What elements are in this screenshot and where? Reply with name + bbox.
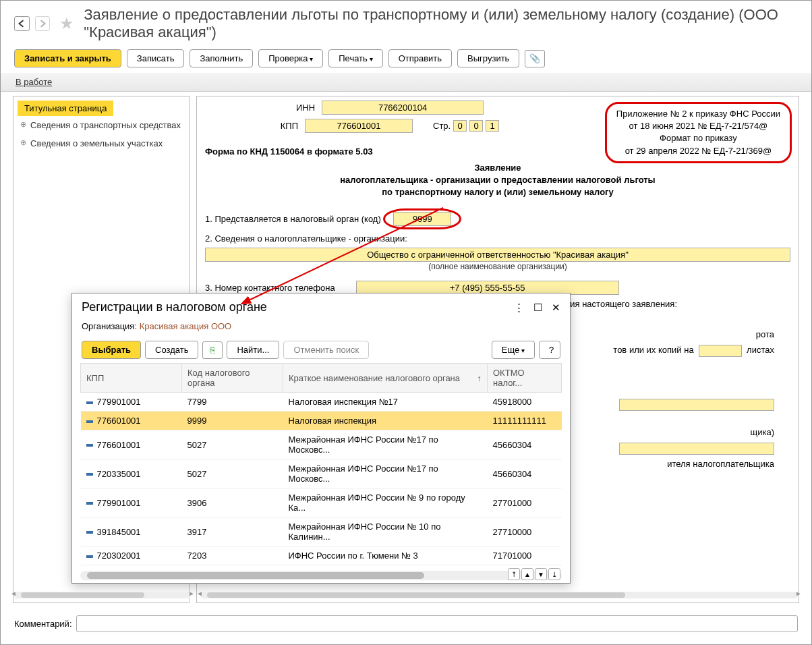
copy-icon: ⎘ — [210, 345, 215, 355]
maximize-icon[interactable]: ☐ — [533, 302, 542, 314]
col-name[interactable]: Краткое наименование налогового органа ↑ — [283, 364, 488, 393]
page-d1: 0 — [469, 120, 483, 132]
back-button[interactable] — [14, 16, 30, 31]
print-dropdown[interactable]: Печать — [328, 49, 382, 67]
page-label: Стр. — [433, 121, 451, 131]
create-button[interactable]: Создать — [145, 341, 198, 359]
favorite-star-icon[interactable]: ★ — [59, 14, 74, 33]
select-button[interactable]: Выбрать — [82, 341, 141, 359]
main-hscroll[interactable] — [200, 592, 798, 598]
inn-field[interactable]: 7766200104 — [322, 101, 484, 115]
frag4: ителя налогоплательщика — [667, 459, 774, 469]
app-title-l3: по транспортному налогу и (или) земельно… — [205, 186, 790, 198]
scroll-end-icon[interactable]: ⤓ — [548, 568, 560, 580]
nav-title[interactable]: Титульная страница — [18, 101, 113, 116]
page-title: Заявление о предоставлении льготы по тра… — [84, 6, 798, 41]
col-code[interactable]: Код налогового органа — [182, 364, 283, 393]
registration-modal: Регистрации в налоговом органе ⋮ ☐ ✕ Орг… — [71, 293, 571, 584]
left-hscroll[interactable] — [14, 592, 191, 598]
col-kpp[interactable]: КПП — [81, 364, 182, 393]
line1-label: 1. Представляется в налоговый орган (код… — [205, 214, 381, 224]
nav-item-transport[interactable]: ⊕ Сведения о транспортных средствах — [18, 116, 185, 134]
scroll-home-icon[interactable]: ⤒ — [508, 568, 520, 580]
scroll-up-icon[interactable]: ▲ — [521, 568, 533, 580]
table-row[interactable]: 7203350015027Межрайонная ИФНС России №17… — [81, 459, 562, 488]
plus-icon: ⊕ — [20, 138, 26, 148]
row-icon — [86, 473, 93, 476]
row-icon — [86, 420, 93, 423]
org-sub: (полное наименование организации) — [205, 262, 790, 271]
attach-button[interactable]: 📎 — [525, 50, 545, 67]
upload-button[interactable]: Выгрузить — [457, 49, 519, 67]
inn-label: ИНН — [296, 103, 315, 113]
help-button[interactable]: ? — [539, 341, 560, 359]
tax-code-value: 9999 — [393, 212, 451, 226]
blank-field-1[interactable] — [619, 399, 774, 411]
fill-button[interactable]: Заполнить — [190, 49, 253, 67]
more-dropdown[interactable]: Еще — [492, 341, 535, 359]
nav-label: Сведения о транспортных средствах — [30, 120, 181, 130]
org-value: Красивая акация ООО — [140, 321, 232, 331]
save-close-button[interactable]: Записать и закрыть — [14, 49, 121, 67]
titlebar: ★ Заявление о предоставлении льготы по т… — [1, 1, 811, 47]
table-row[interactable]: 7766010015027Межрайонная ИФНС России №17… — [81, 430, 562, 459]
plus-icon: ⊕ — [20, 120, 26, 130]
frag3: щика) — [751, 427, 775, 437]
row-icon — [86, 444, 93, 447]
table-row[interactable]: 7766010019999Налоговая инспекция11111111… — [81, 412, 562, 430]
send-button[interactable]: Отправить — [388, 49, 452, 67]
close-icon[interactable]: ✕ — [552, 302, 560, 314]
modal-title: Регистрации в налоговом органе — [82, 300, 514, 314]
table-row[interactable]: 7799010017799Налоговая инспекция №174591… — [81, 393, 562, 412]
page-d2: 1 — [486, 120, 499, 132]
nav-label: Сведения о земельных участках — [30, 138, 163, 148]
org-label: Организация: — [82, 321, 137, 331]
blank-field-2[interactable] — [619, 443, 774, 455]
paperclip-icon: 📎 — [529, 53, 540, 63]
line3-label: 3. Номер контактного телефона — [205, 283, 353, 293]
leaves-label: листах — [747, 345, 774, 355]
registration-table: КПП Код налогового органа Краткое наимен… — [80, 363, 562, 565]
comment-input[interactable] — [76, 615, 799, 632]
infobox-line: от 29 апреля 2022 № ЕД-7-21/369@ — [616, 145, 780, 157]
kebab-icon[interactable]: ⋮ — [514, 302, 524, 314]
modal-hscroll[interactable]: ⤒ ▲ ▼ ⤓ — [80, 571, 562, 580]
app-title-l1: Заявление — [205, 162, 790, 174]
nav-item-land[interactable]: ⊕ Сведения о земельных участках — [18, 134, 185, 152]
table-row[interactable]: 3918450013917Межрайонная ИФНС России № 1… — [81, 517, 562, 546]
app-title-l2: налогоплательщика - организации о предос… — [205, 174, 790, 186]
frag1: рота — [756, 329, 774, 339]
find-button[interactable]: Найти... — [227, 341, 279, 359]
infobox-line: Приложение № 2 к приказу ФНС России — [616, 108, 780, 120]
kpp-field[interactable]: 776601001 — [305, 119, 413, 133]
frag2: тов или их копий на — [613, 345, 693, 355]
row-icon — [86, 502, 93, 505]
scroll-down-icon[interactable]: ▼ — [535, 568, 547, 580]
comment-label: Комментарий: — [14, 619, 72, 629]
check-dropdown[interactable]: Проверка — [258, 49, 323, 67]
table-row[interactable]: 7203020017203ИФНС России по г. Тюмени № … — [81, 546, 562, 565]
row-icon — [86, 531, 93, 534]
line2-label: 2. Сведения о налогоплательщике - органи… — [205, 233, 790, 244]
table-row[interactable]: 7799010013906Межрайонная ИФНС России № 9… — [81, 488, 562, 517]
kpp-label: КПП — [281, 121, 298, 131]
app-title: Заявление налогоплательщика - организаци… — [205, 162, 790, 199]
infobox-line: Формат по приказу — [616, 132, 780, 144]
row-icon — [86, 401, 93, 404]
cancel-search-button[interactable]: Отменить поиск — [283, 341, 369, 359]
leaves-field[interactable] — [699, 345, 742, 357]
row-icon — [86, 555, 93, 558]
info-box: Приложение № 2 к приказу ФНС России от 1… — [605, 102, 792, 163]
status-link[interactable]: В работе — [16, 77, 52, 87]
page-d0: 0 — [453, 120, 467, 132]
forward-button[interactable] — [35, 16, 51, 31]
col-oktmo[interactable]: ОКТМО налог... — [488, 364, 562, 393]
status-bar: В работе — [1, 73, 811, 92]
toolbar: Записать и закрыть Записать Заполнить Пр… — [1, 47, 811, 73]
copy-button[interactable]: ⎘ — [202, 341, 223, 359]
infobox-line: от 18 июня 2021 № ЕД-7-21/574@ — [616, 120, 780, 132]
org-full-field[interactable]: Общество с ограниченной ответственностью… — [205, 248, 790, 262]
save-button[interactable]: Записать — [127, 49, 185, 67]
tax-code-field[interactable]: 9999 — [383, 208, 461, 229]
